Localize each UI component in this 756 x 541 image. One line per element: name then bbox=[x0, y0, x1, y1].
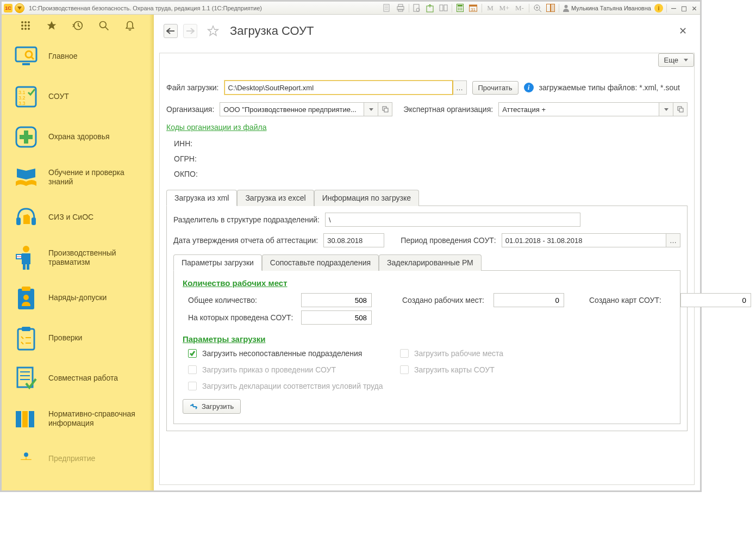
subtab-params[interactable]: Параметры загрузки bbox=[173, 254, 262, 271]
file-path-input[interactable] bbox=[224, 80, 453, 95]
subtab-match[interactable]: Сопоставьте подразделения bbox=[262, 254, 379, 271]
chk-unmapped[interactable] bbox=[188, 349, 197, 358]
sidebar-item-permits[interactable]: Наряды-допуски bbox=[2, 278, 154, 318]
svg-line-24 bbox=[539, 10, 541, 12]
main-menu-button[interactable] bbox=[15, 3, 24, 13]
sidebar-item-training[interactable]: Обучение и проверка знаний bbox=[2, 157, 154, 197]
sidebar-item-health[interactable]: Охрана здоровья bbox=[2, 117, 154, 157]
print-icon[interactable] bbox=[396, 3, 405, 13]
sidebar-item-reference[interactable]: Нормативно-справочная информация bbox=[2, 399, 154, 439]
sidebar-item-main[interactable]: Главное bbox=[2, 36, 154, 77]
memory-m-minus[interactable]: M- bbox=[514, 3, 526, 13]
svg-rect-64 bbox=[18, 329, 34, 350]
delimiter-label: Разделитель в структуре подразделений: bbox=[173, 215, 320, 224]
compare-icon[interactable] bbox=[439, 3, 448, 13]
svg-rect-43 bbox=[22, 63, 30, 65]
svg-rect-68 bbox=[17, 368, 33, 387]
nav-back-button[interactable] bbox=[164, 24, 178, 38]
close-page-button[interactable]: ✕ bbox=[679, 25, 690, 37]
new-doc-icon[interactable] bbox=[383, 3, 392, 13]
panels-icon[interactable] bbox=[546, 3, 555, 13]
history-icon[interactable] bbox=[72, 20, 84, 32]
svg-point-40 bbox=[100, 22, 107, 28]
maximize-button[interactable]: □ bbox=[680, 3, 688, 13]
read-button[interactable]: Прочитать bbox=[472, 81, 518, 95]
svg-point-31 bbox=[24, 21, 27, 23]
favorites-icon[interactable] bbox=[46, 20, 58, 32]
document-check-icon bbox=[14, 366, 39, 391]
load-button[interactable]: Загрузить bbox=[183, 399, 241, 414]
memory-m[interactable]: M bbox=[485, 3, 495, 13]
favorite-star-icon[interactable] bbox=[207, 25, 219, 37]
period-input[interactable] bbox=[502, 233, 666, 247]
org-codes-link[interactable]: Коды организации из файла bbox=[166, 123, 266, 132]
monitor-icon bbox=[14, 44, 39, 69]
sidebar-item-audits[interactable]: Проверки bbox=[2, 318, 154, 358]
info-icon[interactable]: i bbox=[524, 83, 534, 92]
svg-line-41 bbox=[105, 27, 109, 30]
organization-dropdown-button[interactable] bbox=[364, 102, 378, 116]
calendar-icon[interactable]: 31 bbox=[468, 3, 478, 13]
sidebar-item-injury[interactable]: Производственный травматизм bbox=[2, 238, 154, 278]
minimize-button[interactable]: — bbox=[670, 3, 677, 13]
sidebar-item-enterprise[interactable]: Предприятие bbox=[2, 439, 154, 471]
expert-org-open-button[interactable] bbox=[673, 102, 688, 116]
chk-declarations bbox=[188, 382, 197, 390]
svg-rect-62 bbox=[22, 287, 30, 291]
svg-point-19 bbox=[461, 9, 463, 10]
expert-org-label: Экспертная организация: bbox=[403, 105, 493, 114]
tab-excel[interactable]: Загрузка из excel bbox=[237, 190, 314, 206]
expert-org-input[interactable] bbox=[498, 102, 659, 116]
svg-point-16 bbox=[461, 8, 463, 9]
headphones-glove-icon bbox=[14, 205, 39, 230]
sidebar-item-ppe[interactable]: СИЗ и СиОС bbox=[2, 197, 154, 238]
notifications-icon[interactable] bbox=[124, 20, 136, 32]
subtab-declared[interactable]: Задекларированные РМ bbox=[379, 254, 482, 271]
main-tabs: Загрузка из xml Загрузка из excel Информ… bbox=[166, 189, 688, 206]
save-icon[interactable] bbox=[426, 3, 435, 13]
organization-open-button[interactable] bbox=[378, 102, 392, 116]
sidebar-item-collab[interactable]: Совместная работа bbox=[2, 358, 154, 399]
sections-menu-icon[interactable] bbox=[20, 20, 32, 32]
inn-label: ИНН: bbox=[174, 136, 688, 151]
sidebar-item-sout[interactable]: 3.13.23.3СОУТ bbox=[2, 77, 154, 117]
period-picker-button[interactable]: … bbox=[666, 233, 680, 247]
workplace-count-title: Количество рабочих мест bbox=[183, 278, 671, 288]
file-browse-button[interactable]: … bbox=[453, 80, 467, 95]
chk-workplaces bbox=[400, 349, 409, 358]
svg-point-36 bbox=[21, 28, 23, 30]
current-user[interactable]: Мулькина Татьяна Ивановна bbox=[563, 4, 651, 12]
svg-rect-52 bbox=[20, 135, 33, 139]
nav-forward-button[interactable] bbox=[183, 24, 197, 38]
organization-input[interactable] bbox=[220, 102, 364, 116]
svg-rect-59 bbox=[23, 264, 26, 270]
preview-icon[interactable] bbox=[413, 3, 422, 13]
total-count-input[interactable] bbox=[301, 293, 372, 307]
period-label: Период проведения СОУТ: bbox=[401, 236, 496, 245]
expert-org-dropdown-button[interactable] bbox=[659, 102, 673, 116]
svg-rect-65 bbox=[22, 327, 30, 331]
svg-rect-27 bbox=[546, 4, 550, 12]
close-window-button[interactable]: ✕ bbox=[691, 3, 698, 13]
done-count-input[interactable] bbox=[301, 310, 372, 325]
org-chart-icon bbox=[14, 446, 39, 471]
info-icon[interactable]: i bbox=[654, 4, 663, 13]
clipboard-check-icon bbox=[14, 326, 39, 351]
list-check-icon: 3.13.23.3 bbox=[14, 84, 39, 109]
memory-m-plus[interactable]: M+ bbox=[498, 3, 510, 13]
tab-xml[interactable]: Загрузка из xml bbox=[166, 190, 237, 206]
svg-point-75 bbox=[24, 452, 28, 457]
calc-icon[interactable] bbox=[455, 3, 465, 13]
clipboard-user-icon bbox=[14, 285, 39, 310]
medical-cross-icon bbox=[14, 125, 39, 150]
approval-date-input[interactable] bbox=[323, 233, 384, 247]
zoom-icon[interactable] bbox=[533, 3, 542, 13]
created-rm-input[interactable] bbox=[493, 293, 564, 307]
delimiter-input[interactable] bbox=[325, 213, 580, 227]
more-button[interactable]: Еще bbox=[658, 53, 694, 67]
search-icon[interactable] bbox=[98, 20, 110, 32]
svg-text:31: 31 bbox=[471, 7, 476, 12]
tab-info[interactable]: Информация по загрузке bbox=[314, 190, 419, 206]
created-cards-input[interactable] bbox=[680, 293, 751, 307]
injured-person-icon bbox=[14, 245, 39, 270]
